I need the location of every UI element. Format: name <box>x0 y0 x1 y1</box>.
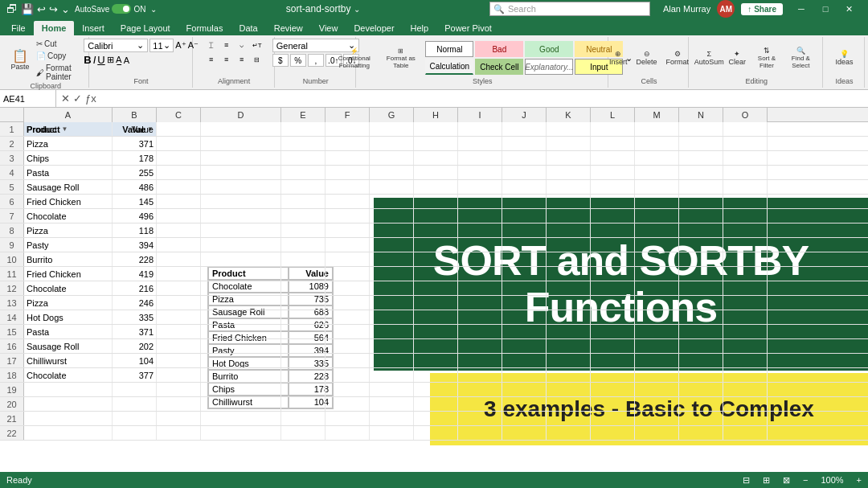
cell-l11[interactable] <box>591 267 635 281</box>
cell-e9[interactable] <box>281 238 326 252</box>
cell-l21[interactable] <box>591 412 635 425</box>
cell-d3[interactable] <box>201 151 281 165</box>
align-middle-button[interactable]: ≡ <box>219 39 234 51</box>
cell-m2[interactable] <box>635 137 679 150</box>
view-layout-icon[interactable]: ⊞ <box>763 475 770 486</box>
cell-c21[interactable] <box>157 412 201 425</box>
cell-h18[interactable] <box>414 368 458 382</box>
cell-o16[interactable] <box>723 339 768 353</box>
cell-g11[interactable] <box>370 267 414 281</box>
cell-l10[interactable] <box>591 252 635 266</box>
cell-g4[interactable] <box>370 166 414 179</box>
cell-a1[interactable]: Product <box>24 122 113 136</box>
cell-l18[interactable] <box>591 368 635 382</box>
cell-h10[interactable] <box>414 252 458 266</box>
insert-function-icon[interactable]: ƒx <box>85 92 96 105</box>
cell-n16[interactable] <box>679 339 723 353</box>
cell-k10[interactable] <box>547 252 591 266</box>
cell-o18[interactable] <box>723 368 768 382</box>
cell-b18[interactable]: 377 <box>113 368 157 382</box>
cell-g19[interactable] <box>370 383 414 396</box>
cell-f6[interactable] <box>326 195 370 208</box>
cell-d6[interactable] <box>201 195 281 208</box>
zoom-out-icon[interactable]: − <box>803 475 808 485</box>
cell-k5[interactable] <box>547 180 591 194</box>
col-header-h[interactable]: H <box>414 108 458 122</box>
cell-j6[interactable] <box>502 195 547 208</box>
cell-b21[interactable] <box>113 412 157 425</box>
comma-button[interactable]: , <box>308 54 324 67</box>
cell-a9[interactable]: Pasty <box>24 238 113 252</box>
border-button[interactable]: ⊞ <box>107 55 114 65</box>
cell-g13[interactable] <box>370 296 414 310</box>
delete-button[interactable]: ⊖ Delete <box>633 48 661 68</box>
merge-center-button[interactable]: ⊟ <box>250 53 264 66</box>
cell-e4[interactable] <box>281 166 326 179</box>
cell-d18[interactable] <box>201 368 281 382</box>
cell-b19[interactable] <box>113 383 157 396</box>
cell-k7[interactable] <box>547 209 591 223</box>
cell-j22[interactable] <box>502 426 547 440</box>
cell-g8[interactable] <box>370 223 414 237</box>
cell-a2[interactable]: Pizza <box>24 137 113 150</box>
align-left-button[interactable]: ≡ <box>204 53 219 66</box>
style-check-cell[interactable]: Check Cell <box>475 59 523 75</box>
cell-h22[interactable] <box>414 426 458 440</box>
cell-d21[interactable] <box>201 412 281 425</box>
cell-k12[interactable] <box>547 281 591 295</box>
cell-f12[interactable] <box>326 281 370 295</box>
cell-g6[interactable] <box>370 195 414 208</box>
format-painter-button[interactable]: 🖌 Format Painter <box>34 63 84 82</box>
cell-g9[interactable] <box>370 238 414 252</box>
cell-m15[interactable] <box>635 325 679 338</box>
cell-o13[interactable] <box>723 296 768 310</box>
cell-b9[interactable]: 394 <box>113 238 157 252</box>
font-name-dropdown[interactable]: Calibri⌄ <box>84 39 148 52</box>
cell-b6[interactable]: 145 <box>113 195 157 208</box>
cell-m13[interactable] <box>635 296 679 310</box>
cell-h15[interactable] <box>414 325 458 338</box>
cell-g21[interactable] <box>370 412 414 425</box>
cell-h11[interactable] <box>414 267 458 281</box>
cell-h7[interactable] <box>414 209 458 223</box>
cell-c2[interactable] <box>157 137 201 150</box>
currency-button[interactable]: $ <box>272 54 289 67</box>
view-page-break-icon[interactable]: ⊠ <box>783 475 790 486</box>
cell-g10[interactable] <box>370 252 414 266</box>
cell-i19[interactable] <box>458 383 502 396</box>
cell-i3[interactable] <box>458 151 502 165</box>
cell-d5[interactable] <box>201 180 281 194</box>
style-calculation[interactable]: Calculation <box>425 59 473 75</box>
cell-m5[interactable] <box>635 180 679 194</box>
name-box[interactable]: AE41 <box>0 90 56 107</box>
col-header-c[interactable]: C <box>157 108 201 122</box>
cell-i10[interactable] <box>458 252 502 266</box>
cell-e1[interactable] <box>281 122 326 136</box>
cell-o2[interactable] <box>723 137 768 150</box>
cell-b13[interactable]: 246 <box>113 296 157 310</box>
cell-a5[interactable]: Sausage Roll <box>24 180 113 194</box>
cell-i11[interactable] <box>458 267 502 281</box>
cell-m3[interactable] <box>635 151 679 165</box>
cell-n5[interactable] <box>679 180 723 194</box>
cell-m8[interactable] <box>635 223 679 237</box>
cell-b1[interactable]: Value <box>113 122 157 136</box>
cell-o4[interactable] <box>723 166 768 179</box>
copy-button[interactable]: 📄 Copy <box>34 51 84 61</box>
cancel-formula-icon[interactable]: ✕ <box>61 92 70 105</box>
cell-l6[interactable] <box>591 195 635 208</box>
cell-h9[interactable] <box>414 238 458 252</box>
cell-a13[interactable]: Pizza <box>24 296 113 310</box>
cell-l20[interactable] <box>591 397 635 411</box>
cell-k22[interactable] <box>547 426 591 440</box>
paste-button[interactable]: 📋 Paste <box>8 48 32 72</box>
cell-g16[interactable] <box>370 339 414 353</box>
cell-m4[interactable] <box>635 166 679 179</box>
cell-a7[interactable]: Chocolate <box>24 209 113 223</box>
cell-e19[interactable] <box>281 383 326 396</box>
align-bottom-button[interactable]: ⌵ <box>235 39 249 51</box>
cell-j3[interactable] <box>502 151 547 165</box>
cell-h14[interactable] <box>414 310 458 324</box>
cell-h12[interactable] <box>414 281 458 295</box>
col-header-n[interactable]: N <box>679 108 723 122</box>
